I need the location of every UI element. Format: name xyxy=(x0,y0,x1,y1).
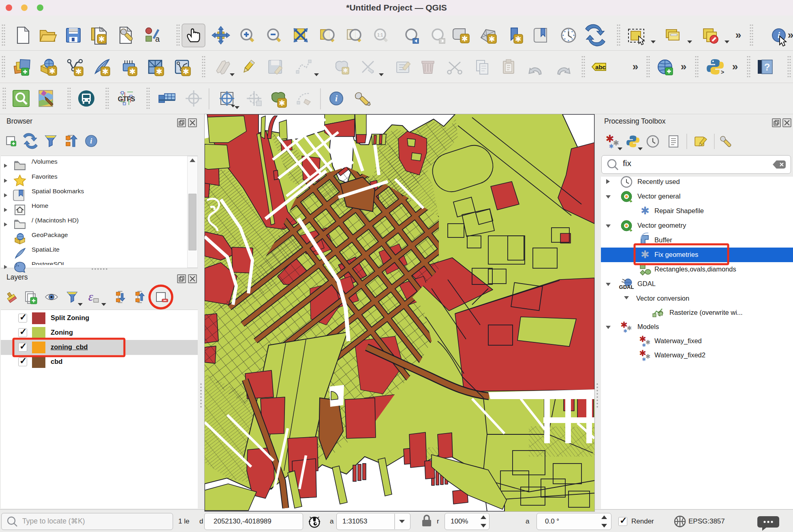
svg-text:✱: ✱ xyxy=(489,35,495,43)
svg-text:1:1: 1:1 xyxy=(377,33,383,37)
svg-text:»: » xyxy=(732,60,738,73)
svg-text:✱: ✱ xyxy=(641,248,650,261)
svg-text:✱: ✱ xyxy=(609,143,613,150)
svg-text:»: » xyxy=(633,60,638,73)
svg-text:i: i xyxy=(90,137,92,145)
svg-text:✱: ✱ xyxy=(646,353,651,360)
svg-text:✱: ✱ xyxy=(627,325,632,331)
svg-text:✱: ✱ xyxy=(623,328,627,334)
svg-text:i: i xyxy=(335,93,338,103)
svg-text:✱: ✱ xyxy=(156,67,162,76)
svg-text:✱: ✱ xyxy=(462,34,468,43)
svg-text:?: ? xyxy=(764,62,770,73)
svg-text:✱: ✱ xyxy=(279,99,285,107)
svg-text:✱: ✱ xyxy=(98,35,105,43)
svg-text:ε: ε xyxy=(88,290,93,303)
svg-text:a: a xyxy=(155,34,160,43)
svg-text:GTFS: GTFS xyxy=(118,96,135,103)
svg-text:✱: ✱ xyxy=(641,205,650,217)
svg-text:✱: ✱ xyxy=(129,67,136,76)
svg-text:GDAL: GDAL xyxy=(619,284,634,290)
svg-text:✱: ✱ xyxy=(75,67,82,76)
svg-text:✱: ✱ xyxy=(642,342,646,348)
svg-text:✱: ✱ xyxy=(49,67,56,75)
svg-text:✱: ✱ xyxy=(183,67,189,76)
svg-text:✱: ✱ xyxy=(102,67,109,76)
svg-text:>: > xyxy=(721,69,724,75)
svg-text:✱: ✱ xyxy=(646,339,651,346)
svg-text:»: » xyxy=(735,29,741,41)
svg-text:✱: ✱ xyxy=(515,35,522,43)
svg-text:✱: ✱ xyxy=(343,67,348,74)
svg-text:abc: abc xyxy=(595,64,606,71)
svg-text:✱: ✱ xyxy=(613,139,619,147)
svg-text:»: » xyxy=(681,60,686,73)
svg-text:✱: ✱ xyxy=(642,357,646,362)
svg-text:»: » xyxy=(788,29,793,41)
